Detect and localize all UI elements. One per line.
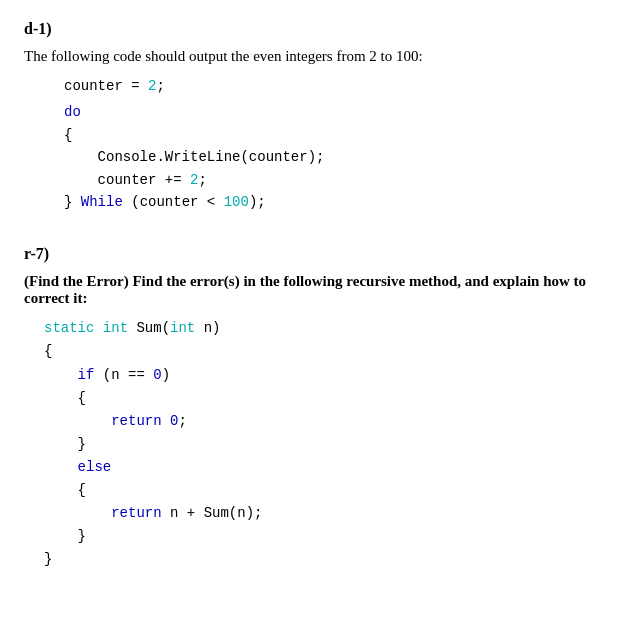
- code-token: else: [78, 459, 112, 475]
- code-token: }: [44, 528, 86, 544]
- code-line: static int Sum(int n): [44, 317, 593, 340]
- code-token: }: [44, 436, 86, 452]
- section-d1-title: d-1): [24, 20, 593, 38]
- code-token: While: [81, 194, 123, 210]
- code-token: [44, 367, 78, 383]
- code-token: }: [44, 551, 52, 567]
- code-token: [94, 320, 102, 336]
- code-block-d1: counter = 2; do { Console.WriteLine(coun…: [64, 75, 593, 213]
- code-token: 100: [224, 194, 249, 210]
- code-token: if: [78, 367, 95, 383]
- code-token: {: [44, 343, 52, 359]
- code-line: {: [44, 340, 593, 363]
- code-line: else: [44, 456, 593, 479]
- code-token: counter: [64, 78, 131, 94]
- code-line: counter += 2;: [64, 169, 593, 191]
- section-r7-title: r-7): [24, 245, 593, 263]
- code-token: Console.WriteLine(counter);: [64, 149, 324, 165]
- code-token: 0: [153, 367, 161, 383]
- code-token: (counter <: [123, 194, 224, 210]
- code-line: }: [44, 525, 593, 548]
- code-token: [44, 459, 78, 475]
- code-token: (n ==: [94, 367, 153, 383]
- code-block-r7: static int Sum(int n) { if (n == 0) { re…: [44, 317, 593, 571]
- code-token: Sum(: [128, 320, 170, 336]
- code-token: {: [44, 482, 86, 498]
- code-line: {: [64, 124, 593, 146]
- code-token: [162, 413, 170, 429]
- code-token: =: [131, 78, 148, 94]
- code-token: ;: [156, 78, 164, 94]
- code-token: n + Sum(n);: [162, 505, 263, 521]
- code-line: {: [44, 387, 593, 410]
- code-token: int: [170, 320, 195, 336]
- code-token: do: [64, 104, 81, 120]
- code-line: return 0;: [44, 410, 593, 433]
- code-token: static: [44, 320, 94, 336]
- code-token: [44, 505, 111, 521]
- code-token: );: [249, 194, 266, 210]
- code-token: ): [162, 367, 170, 383]
- code-token: [44, 413, 111, 429]
- code-line: Console.WriteLine(counter);: [64, 146, 593, 168]
- code-line: } While (counter < 100);: [64, 191, 593, 213]
- code-token: }: [64, 194, 81, 210]
- code-line: }: [44, 433, 593, 456]
- code-token: ;: [198, 172, 206, 188]
- code-line: }: [44, 548, 593, 571]
- code-token: int: [103, 320, 128, 336]
- code-token: {: [64, 127, 72, 143]
- section-r7-description: (Find the Error) Find the error(s) in th…: [24, 273, 593, 307]
- code-token: return: [111, 413, 161, 429]
- section-r7: r-7) (Find the Error) Find the error(s) …: [24, 245, 593, 571]
- code-line: do: [64, 101, 593, 123]
- code-token: n): [195, 320, 220, 336]
- code-token: counter +=: [64, 172, 190, 188]
- code-line: counter = 2;: [64, 75, 593, 97]
- code-line: if (n == 0): [44, 364, 593, 387]
- code-line: {: [44, 479, 593, 502]
- code-line: return n + Sum(n);: [44, 502, 593, 525]
- section-d1: d-1) The following code should output th…: [24, 20, 593, 213]
- code-token: ;: [178, 413, 186, 429]
- code-token: {: [44, 390, 86, 406]
- section-d1-description: The following code should output the eve…: [24, 48, 593, 65]
- code-token: return: [111, 505, 161, 521]
